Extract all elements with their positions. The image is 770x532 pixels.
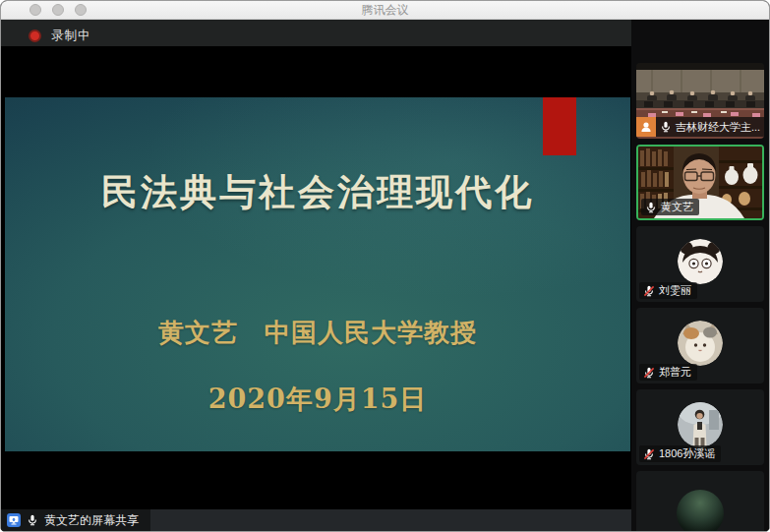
slide-subtitle: 黄文艺 中国人民大学教授 bbox=[5, 316, 630, 350]
participant-tile-liuwenli[interactable]: 刘雯丽 bbox=[636, 226, 764, 302]
participant-tile-partial[interactable] bbox=[636, 471, 764, 531]
mic-muted-icon bbox=[643, 367, 655, 379]
share-status-chip: 黄文艺的屏幕共享 bbox=[1, 509, 150, 531]
avatar-person-photo bbox=[678, 402, 723, 447]
avatar-partial bbox=[677, 490, 724, 531]
slide-accent-rect bbox=[543, 97, 576, 155]
participant-name: 吉林财经大学主... bbox=[676, 120, 760, 135]
participant-tile-huangwenyi[interactable]: 黄文艺 bbox=[636, 145, 764, 220]
tencent-meeting-window: 腾讯会议 录制中 民法典与社会治理现代化 黄文艺 中国人民大学教授 2020年9… bbox=[0, 0, 770, 532]
participants-sidebar[interactable]: 吉林财经大学主... bbox=[631, 20, 769, 531]
avatar-cat bbox=[678, 321, 723, 366]
participant-tile-sunxiyao[interactable]: 1806孙溪谣 bbox=[636, 389, 764, 465]
meeting-content: 录制中 民法典与社会治理现代化 黄文艺 中国人民大学教授 2020年9月15日 bbox=[1, 20, 769, 531]
mic-muted-icon bbox=[643, 285, 655, 297]
participant-tile-jilin[interactable]: 吉林财经大学主... bbox=[636, 63, 764, 139]
window-title: 腾讯会议 bbox=[1, 1, 769, 20]
participant-name: 黄文艺 bbox=[661, 200, 693, 214]
participant-name: 刘雯丽 bbox=[659, 283, 691, 298]
recording-icon bbox=[29, 30, 41, 42]
participant-name: 1806孙溪谣 bbox=[659, 446, 715, 461]
participant-tile-zhengpuyuan[interactable]: 郑普元 bbox=[636, 308, 764, 384]
mic-icon bbox=[27, 514, 38, 526]
recording-bar: 录制中 bbox=[1, 20, 638, 46]
participant-name: 郑普元 bbox=[659, 365, 691, 380]
screen-share-icon bbox=[7, 513, 21, 527]
screen-share-view: 录制中 民法典与社会治理现代化 黄文艺 中国人民大学教授 2020年9月15日 bbox=[1, 20, 631, 531]
avatar-cartoon-girl bbox=[678, 239, 723, 284]
window-titlebar: 腾讯会议 bbox=[1, 1, 769, 20]
presentation-slide: 民法典与社会治理现代化 黄文艺 中国人民大学教授 2020年9月15日 bbox=[5, 97, 630, 451]
host-badge-icon bbox=[636, 117, 656, 137]
mic-on-icon bbox=[645, 202, 657, 213]
mic-muted-icon bbox=[643, 448, 655, 460]
slide-date: 2020年9月15日 bbox=[5, 382, 630, 417]
mic-on-icon bbox=[660, 121, 672, 133]
share-status-bar: 黄文艺的屏幕共享 bbox=[1, 509, 631, 531]
share-status-label: 黄文艺的屏幕共享 bbox=[44, 512, 139, 529]
recording-label: 录制中 bbox=[51, 28, 91, 44]
slide-title: 民法典与社会治理现代化 bbox=[5, 168, 630, 217]
